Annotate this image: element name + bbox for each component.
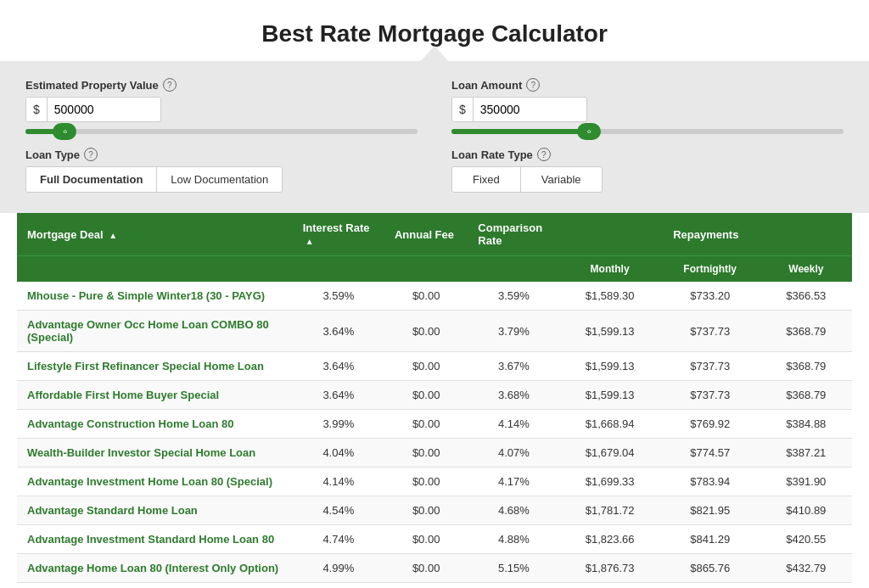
comparison-rate-cell: 3.79% bbox=[468, 311, 559, 352]
mortgage-sort-arrow: ▲ bbox=[109, 231, 117, 240]
loan-type-toggle: Full Documentation Low Documentation bbox=[25, 166, 283, 193]
annual-fee-header[interactable]: Annual Fee bbox=[384, 213, 468, 256]
loan-amount-input-wrapper: $ bbox=[451, 97, 587, 122]
monthly-header[interactable]: Monthly bbox=[560, 256, 660, 283]
deal-name-cell[interactable]: Advantage Construction Home Loan 80 bbox=[17, 410, 293, 439]
interest-sub-header bbox=[293, 256, 384, 283]
interest-rate-cell: 3.64% bbox=[293, 381, 384, 410]
table-sub-header-row: Monthly Fortnightly Weekly bbox=[17, 256, 852, 283]
fortnightly-cell: $821.95 bbox=[660, 496, 760, 525]
comparison-rate-header[interactable]: Comparison Rate bbox=[468, 213, 559, 256]
weekly-cell: $391.90 bbox=[760, 468, 852, 496]
property-value-slider[interactable]: ‹› bbox=[25, 129, 418, 134]
monthly-cell: $1,823.66 bbox=[560, 525, 660, 554]
loan-amount-label: Loan Amount ? bbox=[451, 78, 844, 92]
loan-amount-info-icon[interactable]: ? bbox=[526, 78, 540, 92]
property-value-info-icon[interactable]: ? bbox=[163, 78, 177, 92]
deal-name-cell[interactable]: Advantage Owner Occ Home Loan COMBO 80 (… bbox=[17, 311, 293, 352]
page-title: Best Rate Mortgage Calculator bbox=[17, 20, 852, 48]
mortgage-deal-header[interactable]: Mortgage Deal ▲ bbox=[17, 213, 293, 256]
annual-fee-cell: $0.00 bbox=[384, 439, 468, 468]
comparison-rate-cell: 3.68% bbox=[468, 381, 559, 410]
weekly-cell: $387.21 bbox=[760, 439, 852, 468]
monthly-cell: $1,589.30 bbox=[560, 282, 660, 311]
comparison-rate-cell: 4.88% bbox=[468, 525, 559, 554]
loan-amount-input[interactable] bbox=[474, 98, 567, 121]
monthly-cell: $1,599.13 bbox=[560, 352, 660, 381]
deal-name-cell[interactable]: Mhouse - Pure & Simple Winter18 (30 - PA… bbox=[17, 282, 293, 311]
loan-rate-type-group: Loan Rate Type ? Fixed Variable bbox=[451, 148, 844, 193]
annual-fee-cell: $0.00 bbox=[384, 525, 468, 554]
variable-rate-button[interactable]: Variable bbox=[521, 167, 602, 192]
property-value-label: Estimated Property Value ? bbox=[25, 78, 418, 92]
repayments-header: Repayments bbox=[560, 213, 852, 256]
table-row: Advantage Investment Standard Home Loan … bbox=[17, 525, 852, 554]
loan-rate-type-info-icon[interactable]: ? bbox=[537, 148, 551, 161]
table-row: Wealth-Builder Investor Special Home Loa… bbox=[17, 439, 852, 468]
weekly-cell: $368.79 bbox=[760, 381, 852, 410]
weekly-cell: $410.89 bbox=[760, 496, 852, 525]
loan-type-group: Loan Type ? Full Documentation Low Docum… bbox=[25, 148, 418, 193]
table-row: Affordable First Home Buyer Special 3.64… bbox=[17, 381, 852, 410]
fortnightly-header[interactable]: Fortnightly bbox=[660, 256, 760, 283]
weekly-cell: $368.79 bbox=[760, 311, 852, 352]
slider-handle-arrows: ‹› bbox=[63, 127, 66, 136]
table-row: Advantage Home Loan 80 (Interest Only Op… bbox=[17, 554, 852, 583]
table-row: Mhouse - Pure & Simple Winter18 (30 - PA… bbox=[17, 282, 852, 311]
mortgage-sub-header bbox=[17, 256, 293, 283]
fortnightly-cell: $774.57 bbox=[660, 439, 760, 468]
annual-fee-cell: $0.00 bbox=[384, 468, 468, 496]
weekly-cell: $366.53 bbox=[760, 282, 852, 311]
deal-name-cell[interactable]: Wealth-Builder Investor Special Home Loa… bbox=[17, 439, 293, 468]
fortnightly-cell: $865.76 bbox=[660, 554, 760, 583]
property-dollar-sign: $ bbox=[26, 98, 48, 121]
interest-rate-cell: 3.64% bbox=[293, 352, 384, 381]
low-documentation-button[interactable]: Low Documentation bbox=[157, 167, 282, 192]
interest-rate-header[interactable]: Interest Rate ▲ bbox=[293, 213, 384, 256]
loan-dollar-sign: $ bbox=[452, 98, 474, 121]
interest-rate-cell: 4.04% bbox=[293, 439, 384, 468]
annual-fee-cell: $0.00 bbox=[384, 282, 468, 311]
table-row: Advantage Owner Occ Home Loan COMBO 80 (… bbox=[17, 311, 852, 352]
interest-sort-arrow: ▲ bbox=[306, 237, 314, 246]
deal-name-cell[interactable]: Advantage Standard Home Loan bbox=[17, 496, 293, 525]
monthly-cell: $1,876.73 bbox=[560, 554, 660, 583]
weekly-cell: $384.88 bbox=[760, 410, 852, 439]
loan-amount-group: Loan Amount ? $ ‹› bbox=[451, 78, 844, 134]
full-documentation-button[interactable]: Full Documentation bbox=[26, 167, 157, 192]
comparison-rate-cell: 3.67% bbox=[468, 352, 559, 381]
weekly-header[interactable]: Weekly bbox=[760, 256, 852, 283]
loan-type-info-icon[interactable]: ? bbox=[84, 148, 98, 161]
table-row: Advantage Standard Home Loan 4.54% $0.00… bbox=[17, 496, 852, 525]
table-row: Advantage Investment Home Loan 80 (Speci… bbox=[17, 468, 852, 496]
annual-fee-cell: $0.00 bbox=[384, 352, 468, 381]
fixed-rate-button[interactable]: Fixed bbox=[452, 167, 521, 192]
comparison-rate-cell: 4.07% bbox=[468, 439, 559, 468]
loan-rate-type-label: Loan Rate Type ? bbox=[451, 148, 844, 161]
deal-name-cell[interactable]: Lifestyle First Refinancer Special Home … bbox=[17, 352, 293, 381]
fortnightly-cell: $737.73 bbox=[660, 311, 760, 352]
annual-fee-cell: $0.00 bbox=[384, 381, 468, 410]
monthly-cell: $1,699.33 bbox=[560, 468, 660, 496]
annual-fee-cell: $0.00 bbox=[384, 311, 468, 352]
fortnightly-cell: $737.73 bbox=[660, 381, 760, 410]
fortnightly-cell: $783.94 bbox=[660, 468, 760, 496]
weekly-cell: $420.55 bbox=[760, 525, 852, 554]
property-value-input[interactable] bbox=[48, 98, 141, 121]
deal-name-cell[interactable]: Advantage Home Loan 80 (Interest Only Op… bbox=[17, 554, 293, 583]
deal-name-cell[interactable]: Advantage Investment Home Loan 80 (Speci… bbox=[17, 468, 293, 496]
monthly-cell: $1,679.04 bbox=[560, 439, 660, 468]
table-row: Lifestyle First Refinancer Special Home … bbox=[17, 352, 852, 381]
monthly-cell: $1,668.94 bbox=[560, 410, 660, 439]
table-body: Mhouse - Pure & Simple Winter18 (30 - PA… bbox=[17, 282, 852, 583]
comparison-sub-header bbox=[468, 256, 559, 283]
comparison-rate-cell: 5.15% bbox=[468, 554, 559, 583]
fee-sub-header bbox=[384, 256, 468, 283]
deal-name-cell[interactable]: Advantage Investment Standard Home Loan … bbox=[17, 525, 293, 554]
interest-rate-cell: 3.64% bbox=[293, 311, 384, 352]
deal-name-cell[interactable]: Affordable First Home Buyer Special bbox=[17, 381, 293, 410]
results-table: Mortgage Deal ▲ Interest Rate ▲ Annual F… bbox=[17, 213, 852, 583]
rate-type-toggle: Fixed Variable bbox=[451, 166, 603, 193]
annual-fee-cell: $0.00 bbox=[384, 496, 468, 525]
loan-amount-slider[interactable]: ‹› bbox=[451, 129, 844, 134]
